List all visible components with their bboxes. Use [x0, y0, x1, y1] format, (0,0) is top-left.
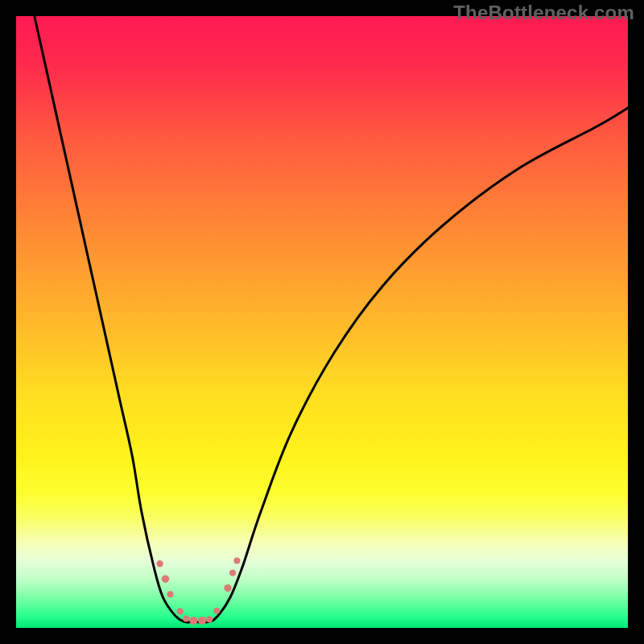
data-marker	[206, 616, 213, 622]
data-marker	[224, 584, 231, 592]
data-markers	[156, 557, 240, 624]
data-marker	[213, 608, 220, 614]
data-marker	[198, 617, 206, 625]
data-marker	[183, 616, 189, 622]
chart-overlay	[16, 16, 628, 628]
data-marker	[162, 575, 170, 583]
bottleneck-curve-path	[35, 16, 628, 622]
data-marker	[167, 591, 174, 597]
watermark-label: TheBottleneck.com	[453, 2, 634, 24]
data-marker	[189, 617, 197, 625]
bottleneck-curve	[35, 16, 628, 622]
data-marker	[233, 557, 240, 564]
data-marker	[156, 560, 163, 567]
data-marker	[229, 569, 236, 576]
data-marker	[176, 608, 183, 614]
